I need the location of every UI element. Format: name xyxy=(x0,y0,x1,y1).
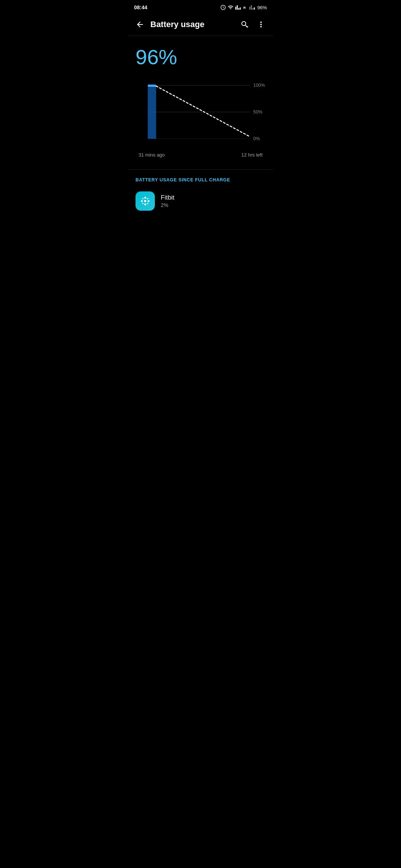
battery-percentage: 96% xyxy=(136,45,265,69)
battery-chart-svg: 100% 50% 0% xyxy=(136,75,265,149)
chart-time-labels: 31 mins ago 12 hrs left xyxy=(136,152,265,158)
app-bar: Battery usage xyxy=(128,13,273,36)
wifi-icon xyxy=(228,4,234,10)
svg-text:0%: 0% xyxy=(253,136,260,141)
svg-text:R: R xyxy=(243,6,246,10)
svg-point-17 xyxy=(147,198,149,200)
page-title: Battery usage xyxy=(150,20,237,29)
svg-point-13 xyxy=(144,204,146,206)
chart-label-left: 31 mins ago xyxy=(138,152,165,158)
usage-section: BATTERY USAGE SINCE FULL CHARGE xyxy=(128,170,273,220)
more-options-button[interactable] xyxy=(254,17,268,32)
list-item[interactable]: Fitbit 2% xyxy=(136,190,265,212)
chart-label-right: 12 hrs left xyxy=(241,152,263,158)
svg-point-15 xyxy=(148,200,150,202)
svg-point-18 xyxy=(142,203,144,204)
status-icons: R 96% xyxy=(220,4,267,10)
battery-section: 96% 100% 50% 0% 31 mins ago 12 hrs left xyxy=(128,36,273,164)
signal-icon xyxy=(235,4,241,10)
alarm-icon xyxy=(220,4,226,10)
roaming-icon: R xyxy=(242,5,248,10)
svg-text:100%: 100% xyxy=(253,83,265,88)
usage-section-title: BATTERY USAGE SINCE FULL CHARGE xyxy=(136,177,265,183)
more-vert-icon xyxy=(257,20,265,29)
svg-point-16 xyxy=(142,198,144,200)
svg-line-10 xyxy=(156,86,250,137)
svg-text:50%: 50% xyxy=(253,109,263,115)
svg-rect-9 xyxy=(148,85,156,87)
status-time: 08:44 xyxy=(134,4,147,10)
search-button[interactable] xyxy=(237,17,252,32)
app-bar-actions xyxy=(237,17,268,32)
svg-point-19 xyxy=(147,203,149,204)
svg-rect-8 xyxy=(148,85,156,139)
battery-chart: 100% 50% 0% xyxy=(136,75,265,149)
app-icon-fitbit xyxy=(136,191,155,211)
svg-point-11 xyxy=(144,200,146,202)
app-info-fitbit: Fitbit 2% xyxy=(161,194,175,208)
fitbit-icon xyxy=(139,195,151,207)
status-battery-text: 96% xyxy=(257,5,267,10)
search-icon xyxy=(240,20,249,29)
svg-point-14 xyxy=(141,200,143,202)
back-arrow-icon xyxy=(136,20,144,29)
app-battery-percent: 2% xyxy=(161,202,175,208)
back-button[interactable] xyxy=(133,17,147,32)
svg-point-12 xyxy=(144,197,146,199)
status-bar: 08:44 R 96% xyxy=(128,0,273,13)
signal2-icon xyxy=(249,4,255,10)
app-name: Fitbit xyxy=(161,194,175,201)
